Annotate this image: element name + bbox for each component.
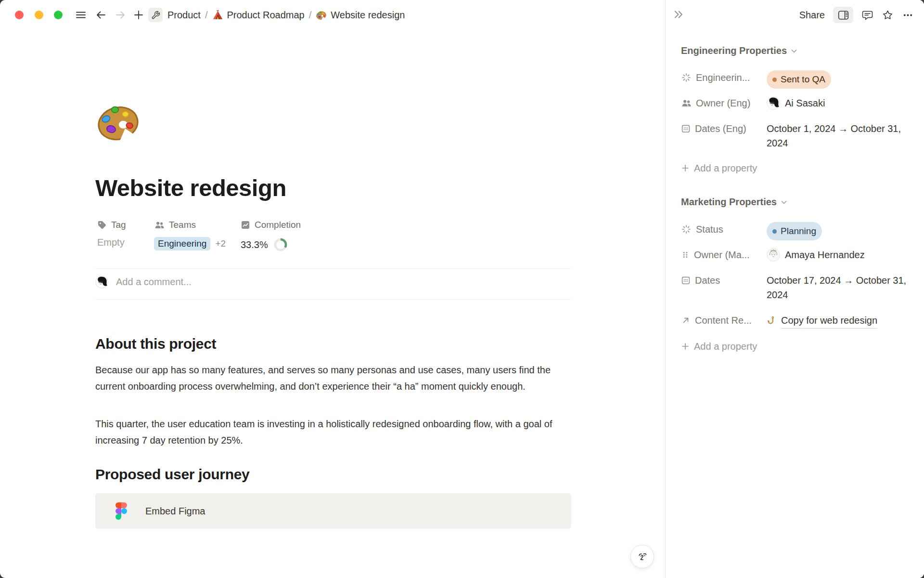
divider bbox=[95, 268, 571, 269]
page-title[interactable]: Website redesign bbox=[95, 174, 286, 201]
property-row-owner-marketing: Owner (Ma... Amaya Hernandez bbox=[681, 247, 907, 263]
section-heading-journey[interactable]: Proposed user journey bbox=[95, 466, 249, 483]
property-label-text: Engineerin... bbox=[696, 72, 750, 83]
tag-label-text: Tag bbox=[111, 220, 126, 230]
plus-icon bbox=[132, 9, 145, 21]
property-value-content-refresh[interactable]: Copy for web redesign bbox=[767, 313, 907, 328]
property-label-text: Dates (Eng) bbox=[695, 123, 746, 134]
tag-icon bbox=[97, 220, 107, 230]
section-engineering-properties[interactable]: Engineering Properties bbox=[681, 45, 798, 56]
property-value-owner-eng[interactable]: Ai Sasaki bbox=[767, 96, 907, 110]
star-icon bbox=[882, 9, 894, 21]
property-value-engineering-status[interactable]: Sent to QA bbox=[767, 70, 907, 89]
property-row-status: Status Planning bbox=[681, 221, 907, 240]
property-teams-label[interactable]: Teams bbox=[154, 220, 196, 230]
traffic-zoom-button[interactable] bbox=[54, 11, 63, 19]
palette-icon bbox=[316, 10, 327, 21]
section-heading-about[interactable]: About this project bbox=[95, 336, 216, 352]
property-completion-value[interactable]: 33.3% bbox=[241, 237, 288, 252]
new-page-button[interactable] bbox=[132, 9, 145, 21]
figma-icon bbox=[116, 502, 127, 520]
property-label-text: Dates bbox=[695, 275, 720, 286]
teams-more-count[interactable]: +2 bbox=[215, 238, 226, 249]
hamburger-icon bbox=[75, 9, 87, 21]
person-name: Amaya Hernandez bbox=[785, 248, 865, 262]
property-row-dates-eng: Dates (Eng) October 1, 2024 → October 31… bbox=[681, 120, 907, 150]
palette-icon bbox=[95, 99, 141, 145]
property-tag-value[interactable]: Empty bbox=[97, 237, 125, 248]
back-button[interactable] bbox=[95, 9, 107, 21]
property-value-status[interactable]: Planning bbox=[767, 222, 907, 240]
property-label-text: Owner (Eng) bbox=[696, 98, 750, 109]
status-badge-text: Sent to QA bbox=[781, 72, 825, 87]
page-icon-palette[interactable] bbox=[95, 99, 141, 147]
property-row-engineering-status: Engineerin... Sent to QA bbox=[681, 69, 907, 89]
person-name: Ai Sasaki bbox=[785, 96, 825, 110]
property-teams-value[interactable]: Engineering +2 bbox=[154, 237, 226, 250]
arrow-up-right-icon bbox=[681, 315, 691, 325]
avatar bbox=[767, 248, 780, 262]
property-label-owner-eng[interactable]: Owner (Eng) bbox=[681, 95, 767, 111]
completion-percent-text: 33.3% bbox=[241, 239, 268, 250]
toggle-side-panel-button[interactable] bbox=[833, 7, 853, 23]
property-label-content-refresh[interactable]: Content Re... bbox=[681, 312, 767, 328]
breadcrumb-item-product[interactable]: Product bbox=[167, 10, 201, 21]
hook-emoji-icon bbox=[767, 316, 777, 326]
property-label-text: Owner (Ma... bbox=[694, 250, 750, 261]
add-property-button[interactable]: Add a property bbox=[681, 160, 757, 176]
property-label-dates[interactable]: Dates bbox=[681, 272, 767, 289]
property-row-dates: Dates October 17, 2024 → October 31, 202… bbox=[681, 272, 907, 302]
property-value-owner-marketing[interactable]: Amaya Hernandez bbox=[767, 248, 907, 262]
comments-button[interactable] bbox=[861, 9, 873, 21]
property-completion-label[interactable]: Completion bbox=[241, 220, 301, 230]
share-button[interactable]: Share bbox=[799, 10, 825, 21]
chevron-down-icon bbox=[790, 47, 798, 55]
add-comment-row[interactable]: Add a comment... bbox=[95, 276, 192, 289]
breadcrumb-separator: / bbox=[205, 10, 208, 21]
status-badge-sent-to-qa[interactable]: Sent to QA bbox=[767, 70, 831, 89]
notion-ai-button[interactable] bbox=[630, 545, 654, 568]
breadcrumb-item-product-roadmap[interactable]: Product Roadmap bbox=[212, 10, 305, 21]
embed-figma-block[interactable]: Embed Figma bbox=[95, 493, 571, 529]
property-value-dates-eng[interactable]: October 1, 2024 → October 31, 2024 bbox=[767, 121, 907, 150]
forward-button[interactable] bbox=[114, 9, 127, 21]
section-marketing-properties[interactable]: Marketing Properties bbox=[681, 197, 788, 208]
property-label-engineering-status[interactable]: Engineerin... bbox=[681, 69, 767, 86]
breadcrumb-label: Product Roadmap bbox=[227, 10, 305, 21]
property-label-dates-eng[interactable]: Dates (Eng) bbox=[681, 120, 767, 137]
plus-icon bbox=[681, 342, 690, 351]
traffic-close-button[interactable] bbox=[15, 11, 24, 19]
property-label-status[interactable]: Status bbox=[681, 221, 767, 237]
team-chip-engineering[interactable]: Engineering bbox=[154, 237, 210, 250]
breadcrumb: Product / Product Roadmap / Website rede… bbox=[167, 0, 405, 30]
divider bbox=[95, 299, 571, 300]
calendar-icon bbox=[681, 276, 691, 285]
status-dot bbox=[772, 229, 777, 234]
teams-label-text: Teams bbox=[169, 220, 196, 230]
favorite-button[interactable] bbox=[882, 9, 894, 21]
add-property-button[interactable]: Add a property bbox=[681, 338, 757, 355]
property-label-owner-marketing[interactable]: Owner (Ma... bbox=[681, 247, 767, 263]
more-options-button[interactable] bbox=[902, 9, 914, 21]
collapse-panel-button[interactable] bbox=[672, 8, 685, 21]
property-value-dates[interactable]: October 17, 2024 → October 31, 2024 bbox=[767, 273, 907, 302]
sidebar-menu-button[interactable] bbox=[75, 9, 87, 21]
arrow-right-icon bbox=[114, 9, 127, 21]
breadcrumb-label: Product bbox=[167, 10, 201, 21]
topbar-actions: Share bbox=[799, 6, 914, 24]
status-burst-icon bbox=[681, 224, 692, 235]
chart-icon bbox=[241, 220, 250, 230]
breadcrumb-item-website-redesign[interactable]: Website redesign bbox=[316, 10, 405, 21]
linked-page-copy-for-web-redesign[interactable]: Copy for web redesign bbox=[767, 313, 907, 328]
paragraph[interactable]: This quarter, the user education team is… bbox=[95, 416, 573, 448]
breadcrumb-label: Website redesign bbox=[331, 10, 405, 21]
comment-placeholder: Add a comment... bbox=[116, 276, 192, 288]
paragraph[interactable]: Because our app has so many features, an… bbox=[95, 362, 573, 394]
status-badge-planning[interactable]: Planning bbox=[767, 222, 822, 240]
tent-icon bbox=[212, 10, 223, 21]
traffic-minimize-button[interactable] bbox=[35, 11, 43, 19]
embed-figma-label: Embed Figma bbox=[145, 506, 205, 517]
property-tag-label[interactable]: Tag bbox=[97, 220, 126, 230]
plus-icon bbox=[681, 164, 690, 172]
people-icon bbox=[681, 98, 692, 108]
